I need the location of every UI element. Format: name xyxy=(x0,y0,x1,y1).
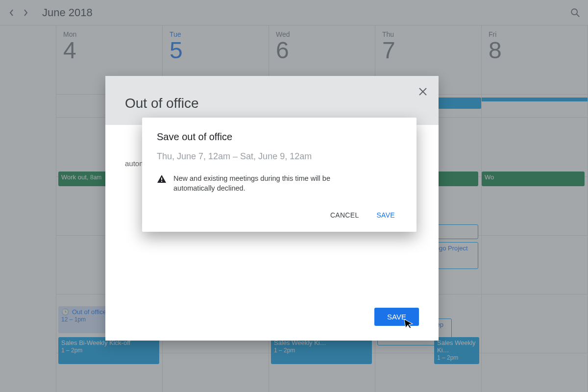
close-icon xyxy=(418,87,427,96)
save-ooo-dialog: Save out of office Thu, June 7, 12am – S… xyxy=(142,118,416,232)
dialog-save-button[interactable]: SAVE xyxy=(369,207,402,223)
dialog-title: Save out of office xyxy=(157,131,402,143)
dialog-date-range: Thu, June 7, 12am – Sat, June 9, 12am xyxy=(157,151,402,162)
svg-rect-4 xyxy=(161,178,162,180)
panel-title: Out of office xyxy=(125,96,419,111)
dialog-cancel-button[interactable]: CANCEL xyxy=(323,207,366,223)
dialog-warning-text: New and existing meetings during this ti… xyxy=(173,173,372,194)
warning-icon xyxy=(157,174,167,187)
panel-close-button[interactable] xyxy=(414,83,432,100)
svg-rect-5 xyxy=(161,181,162,182)
